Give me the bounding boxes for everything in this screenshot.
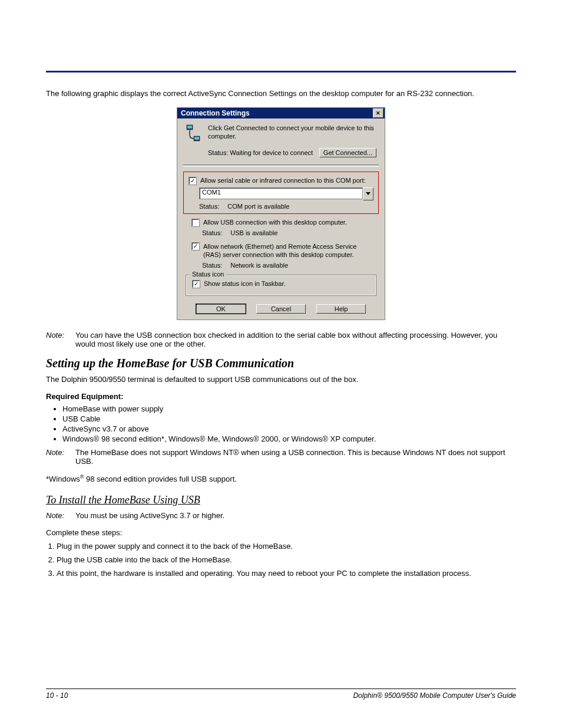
status-icon-group: Status icon ✓ Show status icon in Taskba… <box>186 275 376 296</box>
taskbar-icon-checkbox[interactable]: ✓ <box>192 280 200 288</box>
footer-title: Dolphin® 9500/9550 Mobile Computer User'… <box>353 691 516 700</box>
network-status-key: Status: <box>202 262 222 269</box>
complete-steps: Complete these steps: <box>46 528 516 537</box>
required-equipment-heading: Required Equipment: <box>46 392 516 401</box>
note1-pre: You <box>75 331 91 340</box>
cancel-button[interactable]: Cancel <box>256 304 306 314</box>
list-item: Windows® 98 second edition*, Windows® Me… <box>62 434 516 443</box>
list-item: Plug in the power supply and connect it … <box>57 542 516 551</box>
usb-status-val: USB is available <box>230 229 277 236</box>
usb-label: Allow USB connection with this desktop c… <box>203 219 347 226</box>
com-port-dropdown-button[interactable] <box>363 187 373 200</box>
close-button[interactable]: ✕ <box>373 108 384 118</box>
serial-status-key: Status: <box>199 203 219 210</box>
usb-checkbox[interactable] <box>191 219 200 227</box>
serial-highlight-box: ✓ Allow serial cable or infrared connect… <box>183 172 379 214</box>
p1: The Dolphin 9500/9550 terminal is defaul… <box>46 375 516 384</box>
note-body: You can have the USB connection box chec… <box>75 331 516 348</box>
connection-icon <box>186 124 201 142</box>
checkmark-icon: ✓ <box>194 281 199 287</box>
network-status-val: Network is available <box>230 262 288 269</box>
separator <box>183 164 379 167</box>
usb-status-key: Status: <box>202 229 222 236</box>
dialog-instruction: Click Get Connected to connect your mobi… <box>208 124 376 142</box>
checkmark-icon: ✓ <box>190 178 195 184</box>
note-1: Note: You can have the USB connection bo… <box>46 331 516 348</box>
install-steps: Plug in the power supply and connect it … <box>57 542 516 578</box>
serial-status-val: COM port is available <box>227 203 289 210</box>
close-icon: ✕ <box>376 110 381 116</box>
list-item: USB Cable <box>62 414 516 423</box>
note-label: Note: <box>46 331 71 348</box>
note-2: Note: The HomeBase does not support Wind… <box>46 448 516 466</box>
ok-button[interactable]: OK <box>196 304 246 314</box>
dialog-container: Connection Settings ✕ <box>46 107 516 320</box>
svg-marker-4 <box>366 192 371 195</box>
chevron-down-icon <box>366 192 371 196</box>
com-port-select[interactable]: COM1 <box>199 187 363 199</box>
list-item: ActiveSync v3.7 or above <box>62 424 516 433</box>
note-3: Note: You must be using ActiveSync 3.7 o… <box>46 511 516 520</box>
top-rule <box>46 71 516 73</box>
note-label: Note: <box>46 511 71 520</box>
list-item: HomeBase with power supply <box>62 404 516 413</box>
note-body: The HomeBase does not support Windows NT… <box>75 448 516 466</box>
asterisk-note: *Windows® 98 second edition provides ful… <box>46 474 516 483</box>
taskbar-icon-label: Show status icon in Taskbar. <box>204 280 286 287</box>
network-label: Allow network (Ethernet) and Remote Acce… <box>203 242 371 259</box>
note-label: Note: <box>46 448 71 466</box>
connection-settings-dialog: Connection Settings ✕ <box>177 107 385 320</box>
heading-install-usb: To Install the HomeBase Using USB <box>46 494 516 506</box>
network-checkbox[interactable]: ✓ <box>191 242 200 251</box>
serial-checkbox[interactable]: ✓ <box>189 177 197 185</box>
page-number: 10 - 10 <box>46 691 68 700</box>
status-text: Status: Waiting for device to connect <box>208 149 313 156</box>
svg-rect-1 <box>187 126 192 129</box>
note-body: You must be using ActiveSync 3.7 or high… <box>75 511 516 520</box>
checkmark-icon: ✓ <box>193 243 198 249</box>
dialog-titlebar: Connection Settings ✕ <box>177 108 385 118</box>
serial-label: Allow serial cable or infrared connectio… <box>200 177 366 184</box>
svg-rect-3 <box>194 137 199 140</box>
required-equipment-list: HomeBase with power supply USB Cable Act… <box>62 404 516 443</box>
asterisk-pre: *Windows <box>46 475 80 483</box>
group-title: Status icon <box>190 271 226 278</box>
heading-setup-usb: Setting up the HomeBase for USB Communic… <box>46 357 516 370</box>
dialog-title: Connection Settings <box>181 109 250 117</box>
note1-post: have the USB connection box checked in a… <box>75 331 497 348</box>
list-item: Plug the USB cable into the back of the … <box>57 555 516 564</box>
help-button[interactable]: Help <box>316 304 366 314</box>
intro-text: The following graphic displays the corre… <box>46 89 516 98</box>
note1-can: can <box>91 331 103 340</box>
list-item: At this point, the hardware is installed… <box>57 569 516 578</box>
asterisk-post: 98 second edition provides full USB supp… <box>84 475 236 483</box>
page-footer: 10 - 10 Dolphin® 9500/9550 Mobile Comput… <box>46 689 516 700</box>
get-connected-button[interactable]: Get Connected... <box>319 148 376 157</box>
